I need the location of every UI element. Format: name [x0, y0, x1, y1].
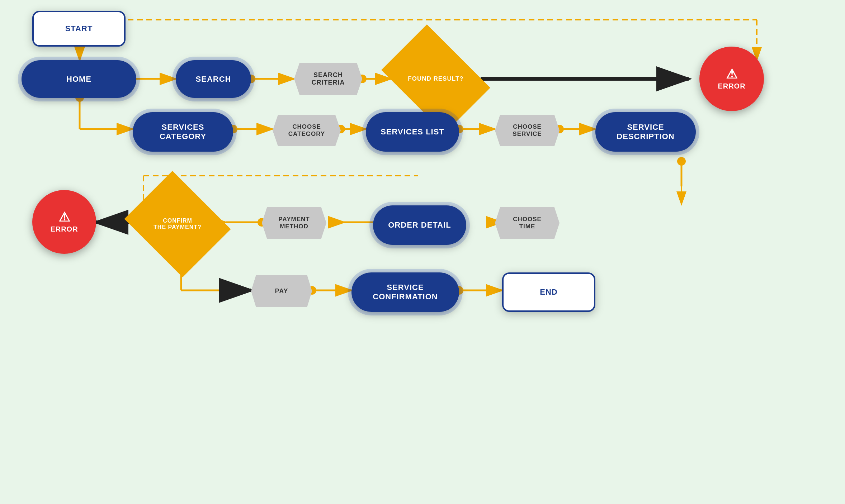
- pay-node: PAY: [251, 275, 312, 307]
- choose-category-node: CHOOSE CATEGORY: [273, 115, 341, 146]
- confirm-payment-label: CONFIRM THE PAYMENT?: [154, 218, 202, 230]
- choose-category-label: CHOOSE CATEGORY: [288, 123, 325, 138]
- pay-label: PAY: [275, 287, 288, 295]
- search-criteria-node: SEARCH CRITERIA: [294, 63, 362, 95]
- order-detail-label: ORDER DETAIL: [388, 220, 451, 230]
- error1-node: ⚠ ERROR: [699, 47, 764, 111]
- error2-label: ERROR: [50, 225, 78, 233]
- found-result-label: FOUND RESULT?: [408, 75, 463, 82]
- svg-point-36: [677, 157, 686, 166]
- error2-node: ⚠ ERROR: [32, 190, 96, 254]
- payment-method-label: PAYMENT METHOD: [278, 216, 310, 230]
- service-confirmation-label: SERVICE CONFIRMATION: [373, 283, 438, 301]
- service-description-label: SERVICE DESCRIPTION: [617, 123, 674, 141]
- choose-service-node: CHOOSE SERVICE: [495, 115, 560, 146]
- service-description-node: SERVICE DESCRIPTION: [595, 112, 696, 152]
- services-category-label: SERVICES CATEGORY: [160, 123, 206, 141]
- payment-method-node: PAYMENT METHOD: [262, 207, 326, 239]
- home-label: HOME: [66, 75, 91, 84]
- confirm-payment-node: CONFIRM THE PAYMENT?: [124, 171, 231, 277]
- start-node: START: [32, 11, 126, 47]
- warning-icon2: ⚠: [58, 211, 70, 224]
- choose-time-label: CHOOSE TIME: [513, 216, 542, 230]
- search-node: SEARCH: [176, 60, 251, 98]
- end-node: END: [502, 272, 595, 312]
- end-label: END: [540, 287, 557, 297]
- choose-time-node: CHOOSE TIME: [495, 207, 560, 239]
- order-detail-node: ORDER DETAIL: [373, 205, 466, 245]
- service-confirmation-node: SERVICE CONFIRMATION: [351, 272, 459, 312]
- services-category-node: SERVICES CATEGORY: [133, 112, 233, 152]
- services-list-label: SERVICES LIST: [381, 127, 444, 137]
- start-label: START: [65, 24, 93, 33]
- error1-label: ERROR: [718, 82, 745, 90]
- diagram-container: START HOME SEARCH SEARCH CRITERIA FOUND …: [0, 0, 845, 504]
- home-node: HOME: [22, 60, 136, 98]
- search-label: SEARCH: [196, 75, 231, 84]
- warning-icon1: ⚠: [726, 68, 738, 81]
- services-list-node: SERVICES LIST: [366, 112, 459, 152]
- search-criteria-label: SEARCH CRITERIA: [312, 71, 345, 86]
- choose-service-label: CHOOSE SERVICE: [513, 123, 542, 138]
